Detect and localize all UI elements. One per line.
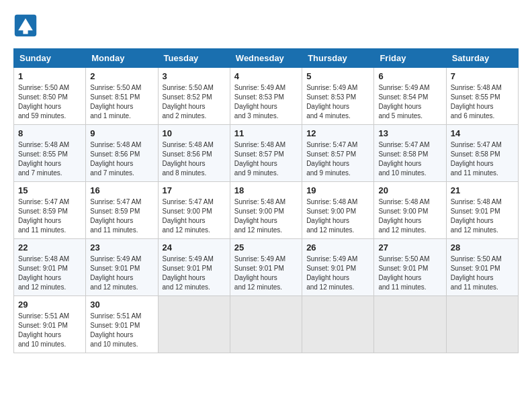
day-number: 10	[163, 128, 226, 138]
day-number: 27	[378, 242, 441, 253]
day-info: Sunrise: 5:48 AM Sunset: 8:55 PM Dayligh…	[451, 83, 514, 121]
calendar-table: SundayMondayTuesdayWednesdayThursdayFrid…	[13, 48, 519, 353]
calendar-header-row: SundayMondayTuesdayWednesdayThursdayFrid…	[14, 49, 519, 68]
calendar-week-row: 8 Sunrise: 5:48 AM Sunset: 8:55 PM Dayli…	[14, 125, 519, 182]
day-info: Sunrise: 5:49 AM Sunset: 9:01 PM Dayligh…	[234, 255, 298, 292]
day-info: Sunrise: 5:47 AM Sunset: 8:59 PM Dayligh…	[18, 197, 81, 235]
day-info: Sunrise: 5:49 AM Sunset: 8:53 PM Dayligh…	[234, 83, 298, 121]
day-number: 17	[163, 185, 226, 195]
day-info: Sunrise: 5:50 AM Sunset: 8:51 PM Dayligh…	[90, 83, 153, 121]
calendar-cell: 28 Sunrise: 5:50 AM Sunset: 9:01 PM Dayl…	[446, 239, 518, 296]
calendar-cell: 15 Sunrise: 5:47 AM Sunset: 8:59 PM Dayl…	[14, 182, 86, 239]
day-number: 8	[18, 128, 81, 138]
calendar-cell: 9 Sunrise: 5:48 AM Sunset: 8:56 PM Dayli…	[86, 125, 158, 182]
calendar-cell: 1 Sunrise: 5:50 AM Sunset: 8:50 PM Dayli…	[14, 68, 86, 125]
page-header	[13, 13, 519, 38]
calendar-day-header: Wednesday	[230, 49, 302, 68]
day-info: Sunrise: 5:48 AM Sunset: 8:56 PM Dayligh…	[90, 140, 153, 178]
calendar-day-header: Thursday	[302, 49, 374, 68]
day-info: Sunrise: 5:49 AM Sunset: 9:01 PM Dayligh…	[90, 255, 153, 292]
calendar-day-header: Friday	[374, 49, 446, 68]
calendar-cell: 25 Sunrise: 5:49 AM Sunset: 9:01 PM Dayl…	[230, 239, 302, 296]
calendar-day-header: Sunday	[14, 49, 86, 68]
calendar-cell: 7 Sunrise: 5:48 AM Sunset: 8:55 PM Dayli…	[446, 68, 518, 125]
day-number: 25	[234, 242, 298, 253]
day-info: Sunrise: 5:48 AM Sunset: 9:00 PM Dayligh…	[234, 197, 298, 235]
day-number: 21	[451, 185, 514, 195]
calendar-cell: 22 Sunrise: 5:48 AM Sunset: 9:01 PM Dayl…	[14, 239, 86, 296]
calendar-cell: 24 Sunrise: 5:49 AM Sunset: 9:01 PM Dayl…	[158, 239, 230, 296]
day-number: 26	[306, 242, 369, 253]
calendar-cell	[374, 296, 446, 353]
logo-icon	[13, 13, 38, 38]
calendar-cell: 20 Sunrise: 5:48 AM Sunset: 9:00 PM Dayl…	[374, 182, 446, 239]
calendar-cell: 3 Sunrise: 5:50 AM Sunset: 8:52 PM Dayli…	[158, 68, 230, 125]
calendar-week-row: 22 Sunrise: 5:48 AM Sunset: 9:01 PM Dayl…	[14, 239, 519, 296]
calendar-cell: 21 Sunrise: 5:48 AM Sunset: 9:01 PM Dayl…	[446, 182, 518, 239]
day-number: 18	[234, 185, 298, 195]
day-info: Sunrise: 5:51 AM Sunset: 9:01 PM Dayligh…	[18, 312, 81, 349]
day-info: Sunrise: 5:48 AM Sunset: 9:01 PM Dayligh…	[18, 255, 81, 292]
calendar-cell: 13 Sunrise: 5:47 AM Sunset: 8:58 PM Dayl…	[374, 125, 446, 182]
calendar-cell: 26 Sunrise: 5:49 AM Sunset: 9:01 PM Dayl…	[302, 239, 374, 296]
day-info: Sunrise: 5:48 AM Sunset: 9:00 PM Dayligh…	[306, 197, 369, 235]
svg-rect-2	[23, 28, 28, 34]
day-number: 23	[90, 242, 153, 253]
day-number: 28	[451, 242, 514, 253]
calendar-cell: 4 Sunrise: 5:49 AM Sunset: 8:53 PM Dayli…	[230, 68, 302, 125]
day-info: Sunrise: 5:50 AM Sunset: 9:01 PM Dayligh…	[451, 255, 514, 292]
calendar-day-header: Saturday	[446, 49, 518, 68]
calendar-week-row: 1 Sunrise: 5:50 AM Sunset: 8:50 PM Dayli…	[14, 68, 519, 125]
day-info: Sunrise: 5:47 AM Sunset: 8:58 PM Dayligh…	[451, 140, 514, 178]
day-info: Sunrise: 5:51 AM Sunset: 9:01 PM Dayligh…	[90, 312, 153, 349]
day-info: Sunrise: 5:49 AM Sunset: 9:01 PM Dayligh…	[163, 255, 226, 292]
day-info: Sunrise: 5:47 AM Sunset: 9:00 PM Dayligh…	[163, 197, 226, 235]
calendar-cell	[158, 296, 230, 353]
calendar-cell: 30 Sunrise: 5:51 AM Sunset: 9:01 PM Dayl…	[86, 296, 158, 353]
calendar-cell: 5 Sunrise: 5:49 AM Sunset: 8:53 PM Dayli…	[302, 68, 374, 125]
day-number: 14	[451, 128, 514, 138]
day-info: Sunrise: 5:49 AM Sunset: 8:53 PM Dayligh…	[306, 83, 369, 121]
calendar-cell: 18 Sunrise: 5:48 AM Sunset: 9:00 PM Dayl…	[230, 182, 302, 239]
day-number: 4	[234, 71, 298, 81]
day-info: Sunrise: 5:49 AM Sunset: 9:01 PM Dayligh…	[306, 255, 369, 292]
day-number: 29	[18, 300, 81, 310]
calendar-cell: 6 Sunrise: 5:49 AM Sunset: 8:54 PM Dayli…	[374, 68, 446, 125]
day-info: Sunrise: 5:47 AM Sunset: 8:59 PM Dayligh…	[90, 197, 153, 235]
day-number: 9	[90, 128, 153, 138]
day-number: 11	[234, 128, 298, 138]
calendar-cell	[446, 296, 518, 353]
day-info: Sunrise: 5:49 AM Sunset: 8:54 PM Dayligh…	[378, 83, 441, 121]
day-number: 13	[378, 128, 441, 138]
day-number: 5	[306, 71, 369, 81]
day-number: 2	[90, 71, 153, 81]
day-info: Sunrise: 5:50 AM Sunset: 9:01 PM Dayligh…	[378, 255, 441, 292]
calendar-week-row: 29 Sunrise: 5:51 AM Sunset: 9:01 PM Dayl…	[14, 296, 519, 353]
day-info: Sunrise: 5:48 AM Sunset: 9:00 PM Dayligh…	[378, 197, 441, 235]
calendar-cell: 17 Sunrise: 5:47 AM Sunset: 9:00 PM Dayl…	[158, 182, 230, 239]
calendar-cell: 14 Sunrise: 5:47 AM Sunset: 8:58 PM Dayl…	[446, 125, 518, 182]
day-number: 15	[18, 185, 81, 195]
day-number: 3	[163, 71, 226, 81]
calendar-cell: 16 Sunrise: 5:47 AM Sunset: 8:59 PM Dayl…	[86, 182, 158, 239]
calendar-cell: 19 Sunrise: 5:48 AM Sunset: 9:00 PM Dayl…	[302, 182, 374, 239]
calendar-cell: 23 Sunrise: 5:49 AM Sunset: 9:01 PM Dayl…	[86, 239, 158, 296]
calendar-cell: 11 Sunrise: 5:48 AM Sunset: 8:57 PM Dayl…	[230, 125, 302, 182]
day-number: 16	[90, 185, 153, 195]
day-number: 22	[18, 242, 81, 253]
day-number: 19	[306, 185, 369, 195]
day-number: 20	[378, 185, 441, 195]
calendar-day-header: Monday	[86, 49, 158, 68]
day-info: Sunrise: 5:48 AM Sunset: 8:56 PM Dayligh…	[163, 140, 226, 178]
calendar-week-row: 15 Sunrise: 5:47 AM Sunset: 8:59 PM Dayl…	[14, 182, 519, 239]
day-info: Sunrise: 5:50 AM Sunset: 8:50 PM Dayligh…	[18, 83, 81, 121]
calendar-cell: 29 Sunrise: 5:51 AM Sunset: 9:01 PM Dayl…	[14, 296, 86, 353]
calendar-cell: 2 Sunrise: 5:50 AM Sunset: 8:51 PM Dayli…	[86, 68, 158, 125]
day-info: Sunrise: 5:48 AM Sunset: 8:57 PM Dayligh…	[234, 140, 298, 178]
calendar-cell: 10 Sunrise: 5:48 AM Sunset: 8:56 PM Dayl…	[158, 125, 230, 182]
calendar-cell: 8 Sunrise: 5:48 AM Sunset: 8:55 PM Dayli…	[14, 125, 86, 182]
day-number: 6	[378, 71, 441, 81]
day-number: 12	[306, 128, 369, 138]
day-number: 24	[163, 242, 226, 253]
day-number: 30	[90, 300, 153, 310]
